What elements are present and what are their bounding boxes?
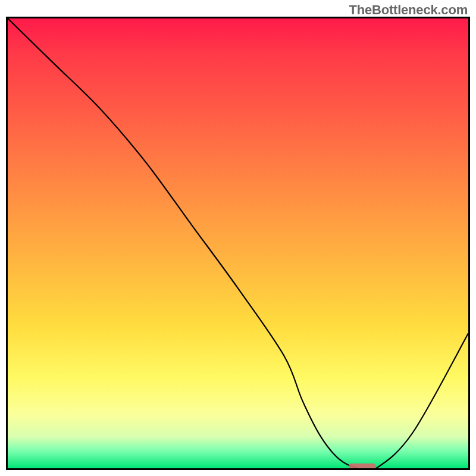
- min-marker: [349, 464, 376, 469]
- attribution-text: TheBottleneck.com: [349, 2, 468, 17]
- attribution-link[interactable]: TheBottleneck.com: [349, 2, 468, 18]
- chart-background-gradient: [8, 18, 468, 468]
- chart-root: TheBottleneck.com: [0, 0, 476, 476]
- chart-frame: [6, 17, 470, 470]
